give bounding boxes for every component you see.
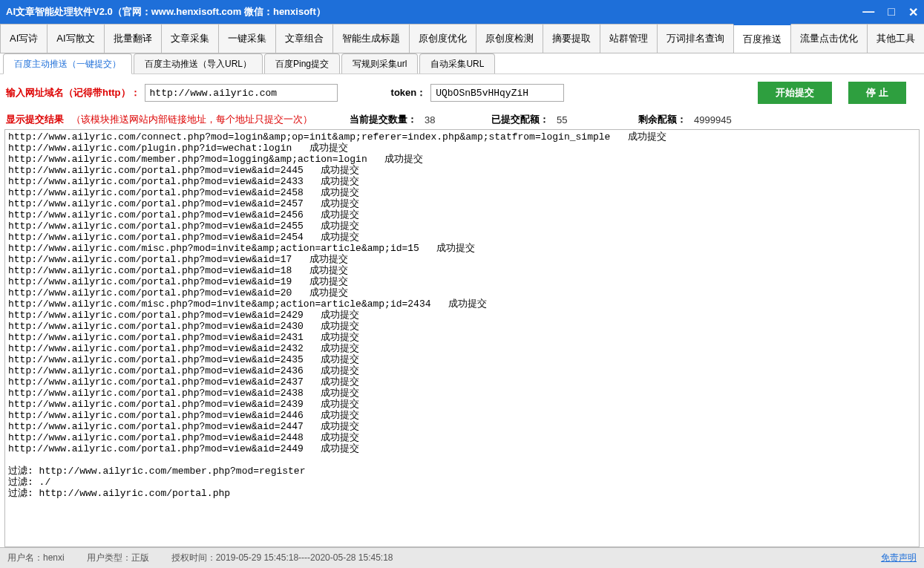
result-label: 显示提交结果 bbox=[6, 113, 64, 126]
main-tabs: AI写诗AI写散文批量翻译文章采集一键采集文章组合智能生成标题原创度优化原创度检… bbox=[0, 24, 924, 53]
token-label: token： bbox=[391, 86, 427, 99]
disclaimer-link[interactable]: 免责声明 bbox=[881, 552, 917, 564]
main-tab-3[interactable]: 文章采集 bbox=[161, 24, 219, 53]
main-tab-1[interactable]: AI写散文 bbox=[47, 24, 104, 53]
main-tab-11[interactable]: 万词排名查询 bbox=[657, 24, 734, 53]
title-bar: AI文章智能处理软件V2.0（官网：www.henxisoft.com 微信：h… bbox=[0, 0, 924, 24]
result-note: （该模块推送网站内部链接地址，每个地址只提交一次） bbox=[71, 113, 312, 126]
stats-row: 显示提交结果 （该模块推送网站内部链接地址，每个地址只提交一次） 当前提交数量：… bbox=[0, 111, 924, 129]
sub-tab-3[interactable]: 写规则采集url bbox=[341, 53, 418, 74]
status-user: 用户名：henxi bbox=[7, 552, 65, 564]
status-type: 用户类型：正版 bbox=[87, 552, 149, 564]
remaining-quota-value: 4999945 bbox=[694, 114, 732, 125]
main-tab-10[interactable]: 站群管理 bbox=[600, 24, 658, 53]
log-textarea[interactable]: http://www.ailyric.com/connect.php?mod=l… bbox=[4, 129, 920, 547]
url-label: 输入网址域名（记得带http）： bbox=[6, 86, 140, 99]
current-count-label: 当前提交数量： bbox=[350, 113, 417, 126]
submitted-quota-value: 55 bbox=[557, 114, 594, 125]
main-tab-2[interactable]: 批量翻译 bbox=[104, 24, 162, 53]
minimize-icon[interactable]: — bbox=[862, 5, 874, 19]
main-tab-14[interactable]: 其他工具 bbox=[867, 24, 924, 53]
close-icon[interactable]: ✕ bbox=[908, 5, 918, 19]
sub-tab-2[interactable]: 百度Ping提交 bbox=[264, 53, 340, 74]
stop-button[interactable]: 停 止 bbox=[848, 82, 906, 104]
main-tab-4[interactable]: 一键采集 bbox=[218, 24, 276, 53]
status-bar: 用户名：henxi 用户类型：正版 授权时间：2019-05-29 15:45:… bbox=[0, 547, 924, 568]
sub-tabs: 百度主动推送（一键提交）百度主动推送（导入URL）百度Ping提交写规则采集ur… bbox=[0, 53, 924, 74]
main-tab-5[interactable]: 文章组合 bbox=[275, 24, 333, 53]
main-tab-12[interactable]: 百度推送 bbox=[733, 24, 791, 53]
input-row: 输入网址域名（记得带http）： token： 开始提交 停 止 bbox=[0, 74, 924, 111]
start-submit-button[interactable]: 开始提交 bbox=[758, 82, 832, 104]
current-count-value: 38 bbox=[425, 114, 462, 125]
window-title: AI文章智能处理软件V2.0（官网：www.henxisoft.com 微信：h… bbox=[6, 5, 862, 19]
main-tab-9[interactable]: 摘要提取 bbox=[543, 24, 600, 53]
sub-tab-1[interactable]: 百度主动推送（导入URL） bbox=[134, 53, 263, 74]
url-input[interactable] bbox=[145, 84, 338, 102]
main-tab-8[interactable]: 原创度检测 bbox=[476, 24, 543, 53]
submitted-quota-label: 已提交配额： bbox=[491, 113, 549, 126]
maximize-icon[interactable]: □ bbox=[888, 5, 895, 19]
main-tab-6[interactable]: 智能生成标题 bbox=[332, 24, 410, 53]
main-tab-0[interactable]: AI写诗 bbox=[0, 24, 47, 53]
window-controls: — □ ✕ bbox=[862, 5, 918, 19]
main-tab-13[interactable]: 流量点击优化 bbox=[790, 24, 868, 53]
sub-tab-4[interactable]: 自动采集URL bbox=[419, 53, 495, 74]
token-input[interactable] bbox=[430, 84, 564, 102]
status-auth: 授权时间：2019-05-29 15:45:18----2020-05-28 1… bbox=[171, 552, 393, 564]
sub-tab-0[interactable]: 百度主动推送（一键提交） bbox=[3, 53, 132, 74]
main-tab-7[interactable]: 原创度优化 bbox=[409, 24, 476, 53]
remaining-quota-label: 剩余配额： bbox=[638, 113, 687, 126]
